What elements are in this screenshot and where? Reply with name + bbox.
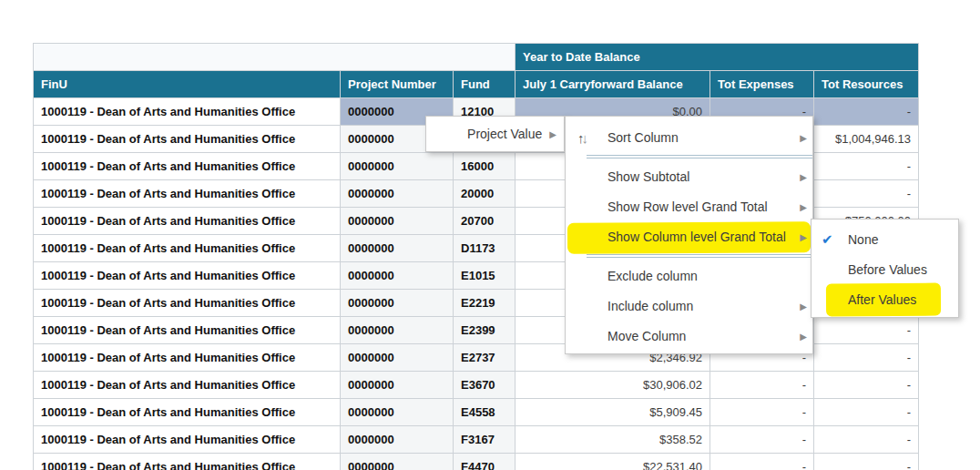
finu-cell: 1000119 - Dean of Arts and Humanities Of… — [34, 180, 341, 208]
finu-cell: 1000119 - Dean of Arts and Humanities Of… — [34, 344, 341, 372]
sort-arrows-icon: ↑↓ — [577, 129, 586, 145]
project-number-cell: 0000000 — [341, 426, 454, 454]
project-number-cell: 0000000 — [341, 208, 454, 235]
project-number-cell: 0000000 — [341, 180, 454, 208]
checkmark-icon: ✔ — [822, 231, 833, 248]
fund-cell: E1015 — [454, 262, 516, 290]
group-header-year-to-date: Year to Date Balance — [516, 44, 919, 71]
tot-resources-cell: - — [814, 344, 919, 372]
table-row: 1000119 - Dean of Arts and Humanities Of… — [34, 426, 919, 454]
menu-item-label: Show Subtotal — [607, 169, 689, 184]
chevron-right-icon: ▶ — [800, 331, 807, 341]
chevron-right-icon: ▶ — [800, 171, 807, 181]
menu-item-sort-column[interactable]: ↑↓Sort Column▶ — [566, 122, 812, 152]
context-menu-parent-label: Project Value — [467, 127, 542, 141]
pivot-report-view: Year to Date Balance FinU Project Number… — [0, 0, 980, 470]
menu-item-move-column[interactable]: Move Column▶ — [566, 321, 812, 351]
chevron-right-icon: ▶ — [800, 301, 807, 311]
finu-cell: 1000119 - Dean of Arts and Humanities Of… — [34, 317, 341, 344]
tot-resources-cell: - — [814, 426, 919, 454]
menu-item-label: Exclude column — [607, 269, 698, 283]
tot-resources-cell: - — [814, 153, 919, 180]
menu-separator — [587, 155, 812, 158]
project-number-cell: 0000000 — [341, 235, 454, 262]
tot-resources-cell: - — [814, 399, 919, 426]
chevron-right-icon: ▶ — [549, 129, 556, 139]
fund-cell: E3670 — [454, 372, 516, 399]
column-header-carryforward[interactable]: July 1 Carryforward Balance — [516, 71, 710, 98]
group-header-spacer — [34, 44, 516, 71]
menu-item-show-row-level-grand-total[interactable]: Show Row level Grand Total▶ — [566, 191, 812, 221]
menu-item-label: Include column — [607, 299, 693, 313]
project-number-cell: 0000000 — [341, 399, 454, 426]
column-context-menu: ↑↓Sort Column▶Show Subtotal▶Show Row lev… — [565, 116, 813, 354]
fund-cell: F3167 — [454, 426, 516, 454]
submenu-item-label: None — [848, 232, 878, 247]
finu-cell: 1000119 - Dean of Arts and Humanities Of… — [34, 290, 341, 317]
context-menu-parent-item[interactable]: Project Value ▶ — [425, 116, 565, 152]
carryforward-cell: $5,909.45 — [516, 399, 710, 426]
fund-cell: D1173 — [454, 235, 516, 262]
finu-cell: 1000119 - Dean of Arts and Humanities Of… — [34, 153, 341, 180]
column-header-tot-resources[interactable]: Tot Resources — [814, 71, 919, 98]
tot-expenses-cell: - — [710, 399, 814, 426]
tot-resources-cell: - — [814, 372, 919, 399]
column-header-finu[interactable]: FinU — [34, 71, 341, 98]
tot-expenses-cell: - — [710, 372, 814, 399]
tot-resources-cell: - — [814, 98, 919, 126]
carryforward-cell: $30,906.02 — [516, 372, 710, 399]
tot-resources-cell: - — [814, 317, 919, 344]
tot-resources-cell: - — [814, 454, 919, 470]
submenu-item-before-values[interactable]: Before Values — [812, 254, 958, 284]
finu-cell: 1000119 - Dean of Arts and Humanities Of… — [34, 262, 341, 290]
column-header-row: FinU Project Number Fund July 1 Carryfor… — [34, 71, 919, 98]
finu-cell: 1000119 - Dean of Arts and Humanities Of… — [34, 399, 341, 426]
project-number-cell: 0000000 — [341, 344, 454, 372]
fund-cell: E2399 — [454, 317, 516, 344]
tot-expenses-cell: - — [710, 426, 814, 454]
menu-separator — [587, 254, 812, 258]
fund-cell: 20000 — [454, 180, 516, 208]
project-number-cell: 0000000 — [341, 454, 454, 470]
fund-cell: F4470 — [454, 454, 516, 470]
project-number-cell: 0000000 — [341, 290, 454, 317]
fund-cell: E4558 — [454, 399, 516, 426]
tot-expenses-cell: - — [710, 454, 814, 470]
group-header-row: Year to Date Balance — [34, 44, 919, 71]
menu-item-exclude-column[interactable]: Exclude column — [566, 261, 812, 291]
finu-cell: 1000119 - Dean of Arts and Humanities Of… — [34, 208, 341, 235]
finu-cell: 1000119 - Dean of Arts and Humanities Of… — [34, 98, 341, 126]
fund-cell: E2737 — [454, 344, 516, 372]
menu-item-show-column-level-grand-total[interactable]: Show Column level Grand Total▶ — [566, 221, 812, 251]
menu-item-show-subtotal[interactable]: Show Subtotal▶ — [566, 161, 812, 191]
tot-resources-cell: $1,004,946.13 — [814, 126, 919, 153]
chevron-right-icon: ▶ — [800, 231, 807, 241]
fund-cell: 20700 — [454, 208, 516, 235]
menu-item-include-column[interactable]: Include column▶ — [566, 291, 812, 321]
fund-cell: E2219 — [454, 290, 516, 317]
chevron-right-icon: ▶ — [800, 201, 807, 211]
submenu-item-none[interactable]: ✔None — [812, 224, 958, 254]
grand-total-submenu: ✔NoneBefore ValuesAfter Values — [811, 219, 959, 318]
finu-cell: 1000119 - Dean of Arts and Humanities Of… — [34, 372, 341, 399]
column-header-project-number[interactable]: Project Number — [341, 71, 454, 98]
menu-item-label: Sort Column — [607, 130, 679, 145]
column-header-tot-expenses[interactable]: Tot Expenses — [710, 71, 814, 98]
table-row: 1000119 - Dean of Arts and Humanities Of… — [34, 399, 919, 426]
finu-cell: 1000119 - Dean of Arts and Humanities Of… — [34, 235, 341, 262]
project-number-cell: 0000000 — [341, 372, 454, 399]
table-row: 1000119 - Dean of Arts and Humanities Of… — [34, 454, 919, 470]
carryforward-cell: $22,531.40 — [516, 454, 710, 470]
menu-item-label: Show Row level Grand Total — [607, 199, 768, 214]
table-row: 1000119 - Dean of Arts and Humanities Of… — [34, 372, 919, 399]
submenu-item-label: Before Values — [848, 262, 927, 277]
finu-cell: 1000119 - Dean of Arts and Humanities Of… — [34, 426, 341, 454]
finu-cell: 1000119 - Dean of Arts and Humanities Of… — [34, 454, 341, 470]
fund-cell: 16000 — [454, 153, 516, 180]
menu-item-label: Show Column level Grand Total — [607, 230, 786, 244]
tot-resources-cell: - — [814, 180, 919, 208]
column-header-fund[interactable]: Fund — [454, 71, 516, 98]
project-number-cell: 0000000 — [341, 262, 454, 290]
carryforward-cell: $358.52 — [516, 426, 710, 454]
submenu-item-after-values[interactable]: After Values — [812, 284, 958, 314]
